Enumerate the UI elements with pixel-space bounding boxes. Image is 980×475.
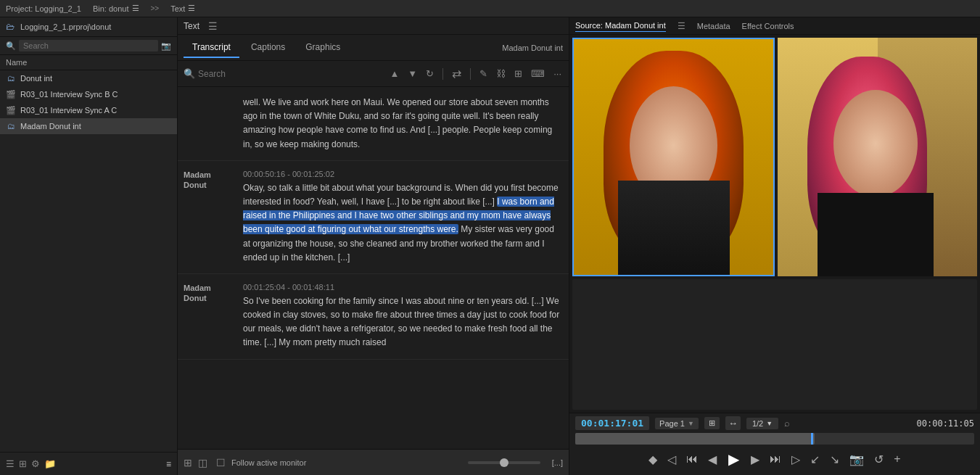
transcript-text: Okay, so talk a little bit about what yo…: [243, 181, 563, 265]
zoom-icon[interactable]: ⌕: [784, 418, 790, 429]
video-thumbnail-left: [574, 39, 773, 275]
video-icon: 🎬: [6, 105, 16, 115]
add-marker-button[interactable]: ◆: [646, 451, 660, 468]
slider-thumb: [500, 458, 508, 467]
mark-out-button[interactable]: ▷: [788, 451, 803, 468]
page-label: Page 1: [659, 419, 685, 428]
step-forward-button[interactable]: ▶: [748, 451, 762, 468]
speaker-info: Madam Donut: [184, 283, 234, 350]
dropdown-chevron: ▼: [688, 420, 694, 427]
follow-monitor-text: Follow active monitor: [231, 458, 306, 467]
step-back-button[interactable]: ◀: [705, 451, 720, 468]
monitor-left[interactable]: [572, 38, 775, 276]
extract-icon[interactable]: ⊞: [184, 457, 192, 468]
new-bin-icon[interactable]: 📁: [44, 458, 56, 469]
bin-menu-icon[interactable]: ☰: [132, 4, 139, 13]
tab-metadata[interactable]: Metadata: [697, 20, 730, 32]
link-icon[interactable]: ⛓: [495, 67, 507, 80]
expand-icon[interactable]: >>: [151, 4, 160, 12]
caption-icon[interactable]: ⌨: [530, 67, 546, 80]
add-button[interactable]: +: [891, 451, 903, 467]
text-menu-icon[interactable]: ☰: [188, 4, 195, 13]
clip-label: Madam Donut int: [502, 44, 563, 52]
mark-in-button[interactable]: ◁: [664, 451, 679, 468]
checkbox-empty[interactable]: ☐: [216, 457, 226, 468]
insert-icon[interactable]: ◫: [198, 457, 207, 468]
bracket-icon[interactable]: [...]: [552, 458, 563, 467]
tab-effect-controls[interactable]: Effect Controls: [742, 20, 794, 32]
search-icon: 🔍: [184, 68, 195, 79]
icon-view-icon[interactable]: ⊞: [19, 458, 27, 469]
export-frame-button[interactable]: 📷: [847, 451, 867, 468]
search-icon: 🔍: [6, 41, 16, 51]
file-name: R03_01 Interview Sync B C: [20, 90, 118, 99]
timecode-bar: 00:01:17:01 Page 1 ▼ ⊞ ↔ 1/2 ▼ ⌕ 00:00:1…: [575, 416, 974, 430]
slider-track[interactable]: [468, 461, 540, 464]
transcript-block: Madam Donut 00:01:25:04 - 00:01:48:11 So…: [178, 274, 569, 360]
expand-button[interactable]: ↔: [725, 416, 741, 430]
transcript-content: well. We live and work here on Maui. We …: [178, 87, 569, 449]
edit-icon[interactable]: ✎: [478, 67, 489, 80]
list-item[interactable]: 🎬 R03_01 Interview Sync A C: [0, 102, 177, 118]
top-bar: Project: Logging_2_1 Bin: donut ☰ >> Tex…: [0, 0, 980, 17]
bin-icon: 🗂: [6, 73, 16, 83]
middle-panel: Text ☰ Transcript Captions Graphics Mada…: [178, 17, 569, 475]
left-panel: 🗁 Logging_2_1.prproj\donut 🔍 📷 Name 🗂 Do…: [0, 17, 178, 475]
page-count-label: 1/2: [752, 419, 763, 428]
speaker-name: Madam Donut: [184, 170, 211, 189]
transport-right-icons: ▶ ⏭ ▷ ↙ ↘ 📷 ↺ +: [748, 451, 903, 468]
file-name: Donut int: [20, 74, 52, 83]
down-arrow-icon[interactable]: ▼: [406, 67, 419, 80]
folder-icon: 🗁: [6, 22, 15, 32]
play-button[interactable]: ▶: [725, 449, 742, 469]
separator: [470, 68, 471, 80]
overwrite-button[interactable]: ↘: [827, 451, 842, 468]
merge-icon[interactable]: ⊞: [513, 67, 524, 80]
scrubber-head: [811, 433, 813, 445]
list-item[interactable]: 🗂 Madam Donut int: [0, 118, 177, 134]
tab-captions[interactable]: Captions: [242, 38, 294, 58]
video-icon: 🎬: [6, 89, 16, 99]
more-icon[interactable]: ···: [552, 67, 563, 80]
tab-transcript[interactable]: Transcript: [184, 38, 239, 58]
prev-edit-button[interactable]: ⏮: [683, 451, 701, 467]
camera-icon[interactable]: 📷: [161, 41, 171, 51]
body-layer: [818, 193, 934, 276]
timecode-display[interactable]: 00:01:17:01: [575, 416, 649, 430]
list-item[interactable]: 🗂 Donut int: [0, 70, 177, 86]
fit-button[interactable]: ⊞: [704, 417, 720, 429]
loop-button[interactable]: ↺: [871, 451, 886, 468]
bin-label: Bin: donut: [93, 4, 129, 13]
settings-icon[interactable]: ⚙: [31, 458, 40, 469]
insert-button[interactable]: ↙: [807, 451, 823, 468]
tab-source[interactable]: Source: Madam Donut int: [575, 20, 666, 32]
list-view-icon[interactable]: ☰: [6, 458, 15, 469]
monitor-right[interactable]: [778, 38, 977, 276]
tab-graphics[interactable]: Graphics: [297, 38, 349, 58]
monitor-area: [569, 35, 980, 279]
text-panel-label: Text: [170, 4, 185, 13]
forward-sync-icon[interactable]: ⇄: [450, 65, 463, 82]
face-layer: [833, 90, 918, 197]
next-edit-button[interactable]: ⏭: [767, 451, 784, 467]
timestamp: 00:00:50:16 - 00:01:25:02: [243, 170, 563, 178]
speaker-info: Madam Donut: [184, 170, 234, 265]
dropdown-chevron-count: ▼: [766, 420, 773, 427]
expand-icon: ↔: [728, 418, 738, 429]
search-input[interactable]: [19, 40, 158, 51]
timeline-scrubber[interactable]: [575, 433, 974, 445]
panel-menu-icon[interactable]: ☰: [208, 20, 218, 32]
speaker-info: [184, 96, 234, 152]
left-panel-footer: ☰ ⊞ ⚙ 📁 ≡: [0, 452, 177, 475]
sort-icon[interactable]: ≡: [166, 459, 171, 469]
up-arrow-icon[interactable]: ▲: [388, 67, 400, 80]
source-menu-icon[interactable]: ☰: [678, 21, 685, 31]
search-input[interactable]: [198, 69, 382, 79]
page-selector[interactable]: Page 1 ▼: [655, 418, 699, 429]
list-item[interactable]: 🎬 R03_01 Interview Sync B C: [0, 86, 177, 102]
body-layer: [618, 181, 730, 275]
transport-area: 00:01:17:01 Page 1 ▼ ⊞ ↔ 1/2 ▼ ⌕ 00:00:1…: [569, 413, 980, 475]
transcript-block: Madam Donut 00:00:50:16 - 00:01:25:02 Ok…: [178, 161, 569, 274]
refresh-icon[interactable]: ↻: [424, 67, 435, 80]
transcript-block: well. We live and work here on Maui. We …: [178, 87, 569, 161]
